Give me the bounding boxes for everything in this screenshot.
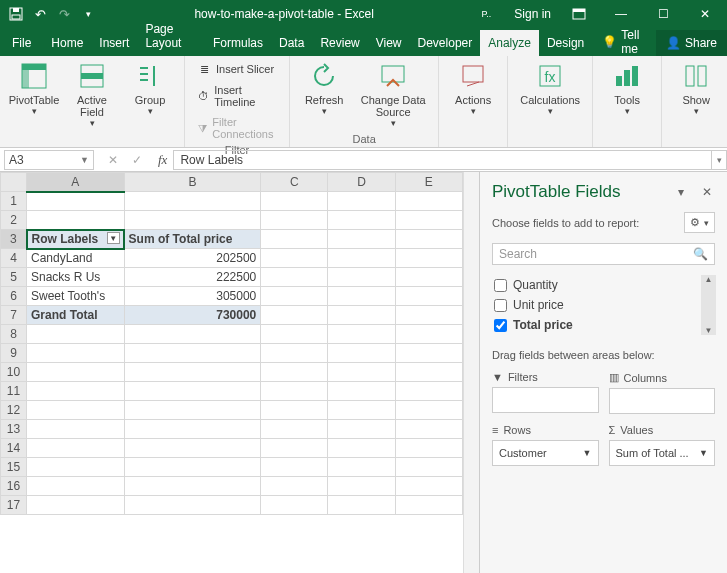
pane-dropdown-icon[interactable]: ▾ bbox=[673, 185, 689, 199]
vertical-scrollbar[interactable] bbox=[463, 172, 479, 573]
maximize-icon[interactable]: ☐ bbox=[649, 3, 677, 25]
save-icon[interactable] bbox=[8, 6, 24, 22]
field-total-price[interactable]: Total price▼ bbox=[492, 315, 715, 335]
share-button[interactable]: 👤 Share bbox=[656, 30, 727, 56]
row-header[interactable]: 16 bbox=[1, 477, 27, 496]
ribbon-tabs: File Home Insert Page Layout Formulas Da… bbox=[0, 28, 727, 56]
ribbon-display-icon[interactable] bbox=[565, 3, 593, 25]
cell[interactable]: Snacks R Us bbox=[27, 268, 125, 287]
row-header[interactable]: 2 bbox=[1, 211, 27, 230]
row-header[interactable]: 9 bbox=[1, 344, 27, 363]
filter-dropdown-icon[interactable]: ▼ bbox=[107, 232, 120, 244]
field-checkbox[interactable] bbox=[494, 279, 507, 292]
worksheet[interactable]: A B C D E 1 2 3 Row Labels▼ Sum of Total… bbox=[0, 172, 463, 573]
tab-view[interactable]: View bbox=[368, 30, 410, 56]
rows-area-box[interactable]: Customer▼ bbox=[492, 440, 599, 466]
col-header-A[interactable]: A bbox=[27, 173, 125, 192]
row-header[interactable]: 5 bbox=[1, 268, 27, 287]
row-header[interactable]: 12 bbox=[1, 401, 27, 420]
field-label: Unit price bbox=[513, 298, 564, 312]
row-header[interactable]: 8 bbox=[1, 325, 27, 344]
pane-layout-button[interactable]: ⚙▾ bbox=[684, 212, 715, 233]
group-button[interactable]: Group▾ bbox=[126, 60, 174, 116]
values-area-box[interactable]: Sum of Total ...▼ bbox=[609, 440, 716, 466]
account-icon[interactable]: P.. bbox=[472, 3, 500, 25]
row-header[interactable]: 10 bbox=[1, 363, 27, 382]
svg-rect-7 bbox=[22, 64, 29, 88]
name-box-dropdown-icon[interactable]: ▼ bbox=[80, 155, 89, 165]
insert-timeline-button[interactable]: ⏱Insert Timeline bbox=[195, 82, 279, 110]
tab-analyze[interactable]: Analyze bbox=[480, 30, 539, 56]
field-checkbox[interactable] bbox=[494, 319, 507, 332]
cell-B3[interactable]: Sum of Total price bbox=[124, 230, 261, 249]
tab-home[interactable]: Home bbox=[43, 30, 91, 56]
col-header-B[interactable]: B bbox=[124, 173, 261, 192]
tab-file[interactable]: File bbox=[0, 30, 43, 56]
cell-grand-label[interactable]: Grand Total bbox=[27, 306, 125, 325]
field-checkbox[interactable] bbox=[494, 299, 507, 312]
columns-area-box[interactable] bbox=[609, 388, 716, 414]
actions-button[interactable]: Actions▾ bbox=[449, 60, 497, 116]
tab-design[interactable]: Design bbox=[539, 30, 592, 56]
row-header[interactable]: 17 bbox=[1, 496, 27, 515]
close-icon[interactable]: ✕ bbox=[691, 3, 719, 25]
redo-icon[interactable]: ↷ bbox=[56, 6, 72, 22]
change-data-icon bbox=[377, 60, 409, 92]
field-search-input[interactable]: Search 🔍 bbox=[492, 243, 715, 265]
row-header[interactable]: 15 bbox=[1, 458, 27, 477]
row-header[interactable]: 11 bbox=[1, 382, 27, 401]
col-header-E[interactable]: E bbox=[395, 173, 462, 192]
show-button[interactable]: Show▾ bbox=[672, 60, 720, 116]
calculations-button[interactable]: fx Calculations▾ bbox=[518, 60, 582, 116]
tab-developer[interactable]: Developer bbox=[410, 30, 481, 56]
filters-area-box[interactable] bbox=[492, 387, 599, 413]
tools-label: Tools bbox=[614, 94, 640, 106]
row-header[interactable]: 7 bbox=[1, 306, 27, 325]
cell[interactable]: Sweet Tooth's bbox=[27, 287, 125, 306]
tools-button[interactable]: Tools▾ bbox=[603, 60, 651, 116]
pane-close-icon[interactable]: ✕ bbox=[699, 185, 715, 199]
tab-review[interactable]: Review bbox=[312, 30, 367, 56]
tab-formulas[interactable]: Formulas bbox=[205, 30, 271, 56]
cell-A3[interactable]: Row Labels▼ bbox=[27, 230, 125, 249]
row-header[interactable]: 14 bbox=[1, 439, 27, 458]
chevron-down-icon[interactable]: ▼ bbox=[699, 448, 708, 458]
row-header[interactable]: 4 bbox=[1, 249, 27, 268]
sign-in-link[interactable]: Sign in bbox=[514, 7, 551, 21]
cell[interactable]: 202500 bbox=[124, 249, 261, 268]
row-header[interactable]: 13 bbox=[1, 420, 27, 439]
cell[interactable]: CandyLand bbox=[27, 249, 125, 268]
tab-page-layout[interactable]: Page Layout bbox=[137, 16, 205, 56]
active-field-button[interactable]: Active Field▾ bbox=[68, 60, 116, 128]
cell[interactable]: 305000 bbox=[124, 287, 261, 306]
minimize-icon[interactable]: — bbox=[607, 3, 635, 25]
qat-customize-icon[interactable]: ▾ bbox=[80, 6, 96, 22]
select-all-corner[interactable] bbox=[1, 173, 27, 192]
refresh-button[interactable]: Refresh▾ bbox=[300, 60, 348, 116]
svg-rect-4 bbox=[573, 9, 585, 12]
col-header-D[interactable]: D bbox=[328, 173, 395, 192]
undo-icon[interactable]: ↶ bbox=[32, 6, 48, 22]
formula-input[interactable]: Row Labels bbox=[173, 150, 711, 170]
col-header-C[interactable]: C bbox=[261, 173, 328, 192]
change-data-source-button[interactable]: Change DataSource▾ bbox=[358, 60, 428, 128]
cell-grand-value[interactable]: 730000 bbox=[124, 306, 261, 325]
field-quantity[interactable]: Quantity bbox=[492, 275, 715, 295]
row-header[interactable]: 3 bbox=[1, 230, 27, 249]
field-unit-price[interactable]: Unit price bbox=[492, 295, 715, 315]
tab-insert[interactable]: Insert bbox=[91, 30, 137, 56]
tab-data[interactable]: Data bbox=[271, 30, 312, 56]
name-box[interactable]: A3 ▼ bbox=[4, 150, 94, 170]
cell[interactable]: 222500 bbox=[124, 268, 261, 287]
chevron-down-icon: ▾ bbox=[704, 218, 709, 228]
formula-value: Row Labels bbox=[180, 153, 243, 167]
row-header[interactable]: 1 bbox=[1, 192, 27, 211]
fx-icon[interactable]: fx bbox=[152, 152, 173, 168]
expand-formula-bar-icon[interactable]: ▾ bbox=[711, 150, 727, 170]
row-header[interactable]: 6 bbox=[1, 287, 27, 306]
insert-slicer-button[interactable]: ≣Insert Slicer bbox=[195, 60, 279, 78]
chevron-down-icon[interactable]: ▼ bbox=[583, 448, 592, 458]
field-list-scrollbar[interactable]: ▲▼ bbox=[701, 275, 716, 335]
tell-me[interactable]: 💡 Tell me bbox=[592, 28, 656, 56]
pivottable-button[interactable]: PivotTable▾ bbox=[10, 60, 58, 116]
